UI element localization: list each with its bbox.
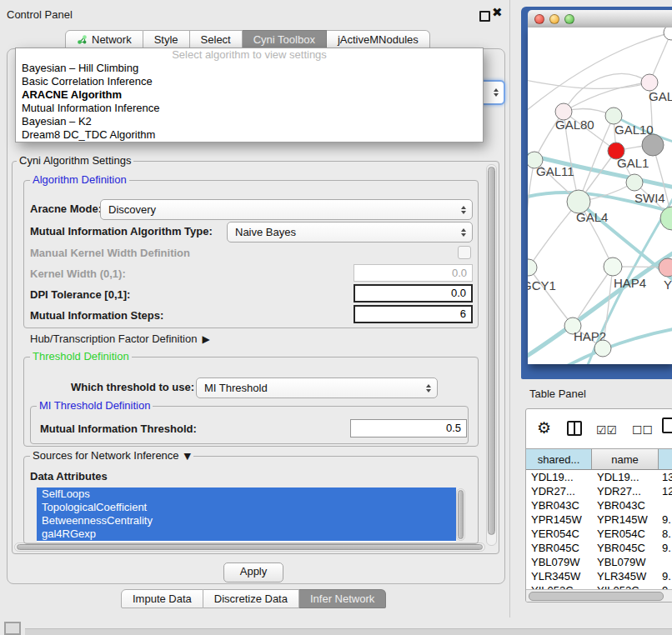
bottom-tab-discretize-data[interactable]: Discretize Data xyxy=(203,589,299,608)
table-cell: YDL19... xyxy=(526,470,592,484)
node-gcy1[interactable] xyxy=(528,259,537,276)
network-edge[interactable] xyxy=(564,74,649,112)
which-threshold-combobox[interactable]: MI Threshold xyxy=(196,378,438,398)
table-horizontal-scrollbar[interactable] xyxy=(526,589,672,602)
bottom-tab-infer-network[interactable]: Infer Network xyxy=(299,589,386,608)
select-all-checkboxes-icon[interactable]: ☑☑ xyxy=(596,423,617,437)
panel-divider[interactable] xyxy=(509,0,510,618)
combobox-stepper-icon xyxy=(426,384,431,392)
attribute-selfloops[interactable]: SelfLoops xyxy=(37,488,456,501)
network-edge[interactable] xyxy=(564,82,649,112)
network-icon xyxy=(77,34,88,45)
attribute-betweennesscentrality[interactable]: BetweennessCentrality xyxy=(37,514,456,528)
dpi-tolerance-field[interactable]: 0.0 xyxy=(354,284,473,302)
deselect-all-checkboxes-icon[interactable]: ☐☐ xyxy=(632,423,653,437)
network-edge[interactable] xyxy=(529,202,579,268)
table-row[interactable]: YLR345WYLR345W9. xyxy=(526,569,672,583)
tab-cyni-toolbox[interactable]: Cyni Toolbox xyxy=(243,30,327,49)
dropdown-item-mutual-information-inference[interactable]: Mutual Information Inference xyxy=(16,102,483,115)
node-swi4[interactable] xyxy=(626,174,643,191)
tab-label: Impute Data xyxy=(133,592,192,605)
mi-steps-field[interactable]: 6 xyxy=(354,305,473,323)
dropdown-item-basic-correlation-inference[interactable]: Basic Correlation Inference xyxy=(16,75,483,88)
mi-threshold-group-title: MI Threshold Definition xyxy=(37,400,153,412)
table-row[interactable]: YDR27...YDR27...12 xyxy=(526,484,672,498)
attributes-scrollbar[interactable] xyxy=(456,488,465,541)
table-row[interactable]: YPR145WYPR145W9. xyxy=(526,512,672,527)
node-hap4[interactable] xyxy=(604,258,622,276)
settings-vertical-scrollbar[interactable] xyxy=(486,164,497,546)
aracne-mode-combobox[interactable]: Discovery xyxy=(100,199,473,220)
settings-horizontal-scrollbar-thumb[interactable] xyxy=(17,544,483,550)
network-edge[interactable] xyxy=(528,160,534,268)
dropdown-item-bayesian-k2[interactable]: Bayesian – K2 xyxy=(16,115,483,128)
tab-style[interactable]: Style xyxy=(143,30,190,49)
mi-algorithm-type-label: Mutual Information Algorithm Type: xyxy=(30,225,213,238)
table-cell: YDL19... xyxy=(592,470,659,484)
tab-select[interactable]: Select xyxy=(190,30,243,49)
cyni-bottom-tabs: Impute DataDiscretize DataInfer Network xyxy=(121,589,386,608)
mi-threshold-field[interactable]: 0.5 xyxy=(350,419,467,438)
export-table-icon[interactable] xyxy=(662,418,672,433)
minimized-panel-icon[interactable] xyxy=(4,622,21,635)
dropdown-item-aracne-algorithm[interactable]: ARACNE Algorithm xyxy=(16,88,483,102)
table-cell: YBL079W xyxy=(592,555,659,569)
table-cell: 9. xyxy=(659,569,672,583)
expander-collapsed-icon: ▶ xyxy=(202,333,209,345)
settings-vertical-scrollbar-thumb[interactable] xyxy=(488,167,495,535)
table-horizontal-scrollbar-thumb[interactable] xyxy=(529,592,664,601)
table-cell: YBR045C xyxy=(592,541,659,555)
gear-icon[interactable]: ⚙ xyxy=(537,418,551,437)
kernel-width-field[interactable]: 0.0 xyxy=(354,264,473,282)
column-header-col3[interactable] xyxy=(659,449,672,469)
aracne-mode-value: Discovery xyxy=(108,203,156,216)
dropdown-item-bayesian-hill-climbing[interactable]: Bayesian – Hill Climbing xyxy=(16,62,483,75)
aracne-mode-label: Aracne Mode: xyxy=(30,202,102,215)
column-header-name[interactable]: name xyxy=(592,449,659,469)
node-unlabeled[interactable] xyxy=(642,134,664,156)
mi-algorithm-type-combobox[interactable]: Naive Bayes xyxy=(227,222,473,242)
attribute-topologicalcoefficient[interactable]: TopologicalCoefficient xyxy=(37,501,456,514)
columns-icon[interactable] xyxy=(567,421,582,436)
table-row[interactable]: YER054CYER054C8. xyxy=(526,527,672,541)
which-threshold-label: Which threshold to use: xyxy=(71,381,194,393)
mac-zoom-button[interactable] xyxy=(564,14,574,24)
network-canvas[interactable]: GAL2GAL80GAL10GAL1GAL11SWI4GAL4GCY1HAP4Y… xyxy=(528,28,672,364)
threshold-definition-title: Threshold Definition xyxy=(30,351,132,362)
tab-network[interactable]: Network xyxy=(65,30,143,49)
cyni-algorithm-settings-title: Cyni Algorithm Settings xyxy=(17,155,133,167)
mac-minimize-button[interactable] xyxy=(549,14,559,24)
tab-jactivemnodules[interactable]: jActiveMNodules xyxy=(327,30,430,49)
sources-expander[interactable]: Sources for Network Inference▼ xyxy=(30,450,193,462)
node-unlabeled[interactable] xyxy=(664,28,672,40)
hub-transcription-expander[interactable]: Hub/Transcription Factor Definition▶ xyxy=(30,332,210,345)
table-cell: YPR145W xyxy=(526,512,592,527)
column-header-shared[interactable]: shared... xyxy=(526,449,592,469)
table-row[interactable]: YBR045CYBR045C9. xyxy=(526,541,672,555)
table-cell: YDR27... xyxy=(592,484,659,498)
control-panel-title: Control Panel xyxy=(7,8,73,21)
bottom-panel-edge[interactable] xyxy=(25,628,672,635)
table-window: ⚙ ☑☑ ☐☐ shared...name YDL19...YDL19...13… xyxy=(525,408,672,602)
attributes-scrollbar-thumb[interactable] xyxy=(458,490,464,539)
mac-close-button[interactable] xyxy=(534,14,544,24)
table-row[interactable]: YBR043CYBR043C xyxy=(526,498,672,512)
combobox-stepper-icon xyxy=(461,228,466,237)
float-window-button[interactable] xyxy=(479,11,490,22)
attribute-gal4rgexp[interactable]: gal4RGexp xyxy=(37,528,456,541)
node-unlabeled[interactable] xyxy=(594,340,611,357)
table-row[interactable]: YDL19...YDL19...13 xyxy=(526,470,672,484)
manual-kernel-width-checkbox[interactable] xyxy=(458,246,471,259)
apply-button[interactable]: Apply xyxy=(223,562,283,582)
dropdown-item-dream8-dc-tdc-algorithm[interactable]: Dream8 DC_TDC Algorithm xyxy=(16,128,483,142)
algorithm-dropdown-items: Bayesian – Hill ClimbingBasic Correlatio… xyxy=(16,62,483,142)
table-row[interactable]: YBL079WYBL079W xyxy=(526,555,672,569)
bottom-tab-impute-data[interactable]: Impute Data xyxy=(121,589,203,608)
table-cell: 8. xyxy=(659,527,672,541)
table-panel-title: Table Panel xyxy=(529,388,586,400)
mi-algorithm-type-value: Naive Bayes xyxy=(235,226,296,238)
network-edge[interactable] xyxy=(529,268,573,326)
node-gal2[interactable] xyxy=(641,74,658,91)
close-window-icon[interactable]: ✖ xyxy=(492,5,503,20)
node-gal10[interactable] xyxy=(605,108,622,124)
